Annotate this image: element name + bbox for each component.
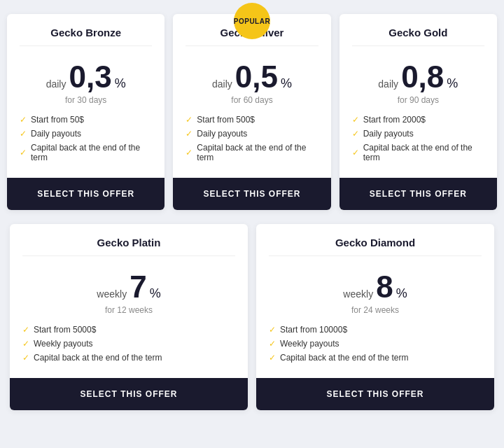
feature-item: ✓Capital back at the end of the term xyxy=(22,353,235,363)
feature-text: Start from 500$ xyxy=(197,115,255,125)
feature-item: ✓Daily payouts xyxy=(352,129,484,139)
top-plans-row: Gecko Bronzedaily 0,3 %for 30 days✓Start… xyxy=(7,14,497,210)
feature-text: Capital back at the end of the term xyxy=(363,143,484,162)
feature-text: Capital back at the end of the term xyxy=(31,143,152,162)
rate-label-platin: weekly xyxy=(97,288,127,300)
plan-duration-bronze: for 30 days xyxy=(20,95,152,105)
feature-text: Start from 50$ xyxy=(31,115,84,125)
plan-duration-silver: for 60 days xyxy=(186,95,318,105)
select-offer-button-diamond[interactable]: SELECT THIS OFFER xyxy=(256,378,494,410)
plan-features-gold: ✓Start from 2000$✓Daily payouts✓Capital … xyxy=(352,115,484,167)
rate-label-silver: daily xyxy=(212,78,232,90)
feature-item: ✓Capital back at the end of the term xyxy=(352,143,484,162)
select-offer-button-platin[interactable]: SELECT THIS OFFER xyxy=(10,378,248,410)
check-icon: ✓ xyxy=(269,325,276,335)
rate-label-gold: daily xyxy=(378,78,398,90)
rate-percent-diamond: % xyxy=(396,286,407,301)
feature-item: ✓Weekly payouts xyxy=(22,339,235,349)
plan-features-platin: ✓Start from 5000$✓Weekly payouts✓Capital… xyxy=(22,325,235,367)
feature-text: Capital back at the end of the term xyxy=(197,143,318,162)
feature-text: Start from 5000$ xyxy=(34,325,96,335)
rate-label-diamond: weekly xyxy=(343,288,373,300)
plan-card-gold: Gecko Golddaily 0,8 %for 90 days✓Start f… xyxy=(340,14,497,210)
feature-item: ✓Capital back at the end of the term xyxy=(186,143,318,162)
feature-item: ✓Start from 500$ xyxy=(186,115,318,125)
feature-text: Weekly payouts xyxy=(280,339,340,349)
plan-card-platin: Gecko Platinweekly 7 %for 12 weeks✓Start… xyxy=(10,224,248,410)
feature-text: Start from 2000$ xyxy=(363,115,426,125)
rate-number-platin: 7 xyxy=(130,272,146,302)
plan-title-diamond: Gecko Diamond xyxy=(269,237,482,256)
feature-item: ✓Daily payouts xyxy=(186,129,318,139)
check-icon: ✓ xyxy=(269,339,276,349)
check-icon: ✓ xyxy=(186,129,192,139)
rate-percent-bronze: % xyxy=(115,76,126,91)
rate-number-silver: 0,5 xyxy=(235,62,278,92)
plan-title-platin: Gecko Platin xyxy=(22,237,235,256)
plan-title-bronze: Gecko Bronze xyxy=(20,27,152,46)
check-icon: ✓ xyxy=(20,129,27,139)
rate-percent-gold: % xyxy=(447,76,458,91)
feature-item: ✓Start from 50$ xyxy=(20,115,152,125)
rate-label-bronze: daily xyxy=(46,78,66,90)
feature-item: ✓Capital back at the end of the term xyxy=(269,353,482,363)
plan-duration-diamond: for 24 weeks xyxy=(269,305,482,315)
plan-features-bronze: ✓Start from 50$✓Daily payouts✓Capital ba… xyxy=(20,115,152,167)
feature-text: Daily payouts xyxy=(363,129,414,139)
plans-container: Gecko Bronzedaily 0,3 %for 30 days✓Start… xyxy=(7,14,497,410)
feature-item: ✓Daily payouts xyxy=(20,129,152,139)
feature-text: Start from 10000$ xyxy=(280,325,347,335)
feature-text: Weekly payouts xyxy=(34,339,93,349)
plan-features-diamond: ✓Start from 10000$✓Weekly payouts✓Capita… xyxy=(269,325,482,367)
select-offer-button-gold[interactable]: SELECT THIS OFFER xyxy=(340,178,497,210)
popular-badge: POPULAR xyxy=(234,3,270,39)
rate-number-diamond: 8 xyxy=(376,272,393,302)
rate-percent-platin: % xyxy=(150,286,161,301)
plan-duration-platin: for 12 weeks xyxy=(22,305,235,315)
plan-title-gold: Gecko Gold xyxy=(352,27,484,46)
rate-number-gold: 0,8 xyxy=(401,62,444,92)
plan-card-silver: POPULARGecko Silverdaily 0,5 %for 60 day… xyxy=(173,14,330,210)
feature-item: ✓Start from 2000$ xyxy=(352,115,484,125)
check-icon: ✓ xyxy=(186,115,192,125)
check-icon: ✓ xyxy=(22,353,29,363)
check-icon: ✓ xyxy=(22,325,29,335)
check-icon: ✓ xyxy=(352,129,359,139)
feature-text: Capital back at the end of the term xyxy=(34,353,162,363)
check-icon: ✓ xyxy=(352,148,359,158)
check-icon: ✓ xyxy=(22,339,29,349)
feature-text: Daily payouts xyxy=(197,129,247,139)
feature-item: ✓Start from 5000$ xyxy=(22,325,235,335)
feature-item: ✓Capital back at the end of the term xyxy=(20,143,152,162)
plan-card-diamond: Gecko Diamondweekly 8 %for 24 weeks✓Star… xyxy=(256,224,494,410)
plan-card-bronze: Gecko Bronzedaily 0,3 %for 30 days✓Start… xyxy=(7,14,164,210)
check-icon: ✓ xyxy=(269,353,276,363)
check-icon: ✓ xyxy=(186,148,192,158)
check-icon: ✓ xyxy=(352,115,359,125)
bottom-plans-row: Gecko Platinweekly 7 %for 12 weeks✓Start… xyxy=(7,224,497,410)
rate-percent-silver: % xyxy=(281,76,292,91)
feature-text: Daily payouts xyxy=(31,129,81,139)
plan-duration-gold: for 90 days xyxy=(352,95,484,105)
feature-text: Capital back at the end of the term xyxy=(280,353,408,363)
feature-item: ✓Weekly payouts xyxy=(269,339,482,349)
check-icon: ✓ xyxy=(20,148,27,158)
select-offer-button-bronze[interactable]: SELECT THIS OFFER xyxy=(7,178,164,210)
feature-item: ✓Start from 10000$ xyxy=(269,325,482,335)
select-offer-button-silver[interactable]: SELECT THIS OFFER xyxy=(173,178,330,210)
plan-features-silver: ✓Start from 500$✓Daily payouts✓Capital b… xyxy=(186,115,318,167)
rate-number-bronze: 0,3 xyxy=(69,62,111,92)
check-icon: ✓ xyxy=(20,115,27,125)
